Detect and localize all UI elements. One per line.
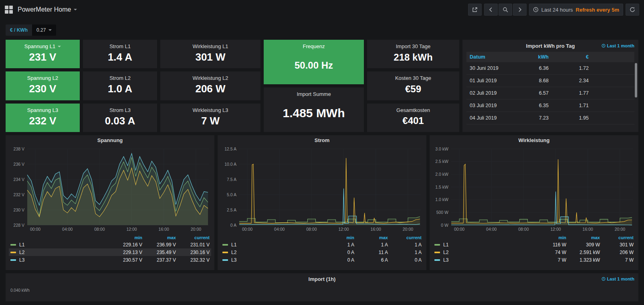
table-row: 30 Juni 2019 6.36 1.72	[466, 62, 634, 75]
frequenz-import-column: Frequenz 50.00 Hz Import Summe 1.485 MWh	[264, 40, 364, 132]
refresh-button[interactable]	[626, 4, 639, 16]
legend-series-toggle[interactable]: L3	[9, 256, 110, 264]
legend-series-toggle[interactable]: L1	[9, 241, 110, 248]
chart-legend: min max current L1 116 W 309 W 301 W L2 …	[433, 234, 635, 264]
template-variables: € / KWh 0.27	[6, 24, 638, 36]
panel-title[interactable]: Spannung L1	[24, 43, 61, 49]
legend-series-toggle[interactable]: L2	[221, 248, 322, 256]
legend-header-min: min	[110, 234, 144, 241]
panel-title[interactable]: Strom L2	[109, 75, 131, 81]
cell-date: 04 Juli 2019	[466, 112, 506, 124]
legend-header-max: max	[356, 234, 390, 241]
dashboard-title-dropdown[interactable]: PowerMeter Home	[18, 6, 77, 13]
time-back-button[interactable]	[484, 4, 498, 16]
magnifier-icon	[503, 7, 508, 12]
panel-title[interactable]: Spannung L3	[27, 107, 58, 113]
column-header-eur[interactable]: €	[552, 52, 592, 62]
spannung-chart-panel: Spannung 228 V230 V232 V234 V236 V238 V0…	[6, 135, 214, 270]
stat-title-text: Spannung L2	[27, 75, 58, 81]
time-link-label: Last 1 month	[607, 277, 634, 281]
dashboards-grid-icon[interactable]	[5, 6, 13, 14]
stat-value: 1.485 MWh	[283, 97, 345, 132]
stat-value: 0.03 A	[105, 113, 135, 132]
import-table: Datum kWh € 30 Juni 2019 6.36 1.72 01 Ju…	[466, 52, 634, 124]
panel-title[interactable]: Frequenz	[303, 43, 325, 49]
stat-value: 232 V	[29, 113, 57, 132]
svg-text:08:00: 08:00	[306, 227, 317, 232]
stat-panel-import-30-tage: Import 30 Tage 218 kWh	[367, 40, 459, 68]
column-header-datum[interactable]: Datum	[466, 52, 506, 62]
legend-series-toggle[interactable]: L2	[433, 248, 534, 256]
panel-title[interactable]: Wirkleistung L3	[193, 107, 228, 113]
stat-title-text: Strom L2	[109, 75, 131, 81]
svg-text:5.0 A: 5.0 A	[227, 192, 236, 197]
wirkleistung-stats-column: Wirkleistung L1 301 W Wirkleistung L2 20…	[160, 40, 260, 132]
panel-title[interactable]: Wirkleistung L1	[193, 43, 228, 49]
bottom-time-range-link[interactable]: Last 1 month	[602, 277, 634, 281]
legend-min: 230.57 V	[110, 256, 144, 264]
legend-header-row: min max current	[221, 234, 423, 241]
panel-title[interactable]: Wirkleistung L2	[193, 75, 228, 81]
stat-value: 7 W	[201, 113, 220, 132]
strom-chart-panel: Strom 0 A2.5 A5.0 A7.5 A10.0 A12.5 A00:0…	[218, 135, 426, 270]
legend-series-toggle[interactable]: L2	[9, 248, 110, 256]
svg-text:00:00: 00:00	[30, 227, 40, 232]
y-axis-label-partial: 0.040 kWh	[10, 288, 30, 293]
panel-title[interactable]: Wirkleistung	[433, 137, 635, 146]
panel-title[interactable]: Import Summe	[297, 91, 331, 97]
panel-title[interactable]: Kosten 30 Tage	[395, 75, 431, 81]
svg-text:00:00: 00:00	[454, 227, 464, 232]
panel-title[interactable]: Spannung	[9, 137, 211, 146]
svg-text:08:00: 08:00	[94, 227, 105, 232]
legend-row: L1 116 W 309 W 301 W	[433, 241, 635, 248]
svg-text:04:00: 04:00	[274, 227, 285, 232]
chevron-left-icon	[489, 7, 493, 12]
column-header-kwh[interactable]: kWh	[506, 52, 552, 62]
legend-current: 231.01 V	[178, 241, 211, 248]
variable-value-dropdown[interactable]: 0.27	[32, 24, 56, 36]
series-swatch	[222, 259, 228, 261]
panel-title[interactable]: Strom L1	[109, 43, 131, 49]
variable-label: € / KWh	[6, 24, 32, 36]
svg-text:16:00: 16:00	[583, 227, 593, 232]
cell-eur: 1.71	[552, 100, 592, 112]
svg-text:00:00: 00:00	[242, 227, 252, 232]
time-picker-button[interactable]: Last 24 hours Refresh every 5m	[529, 4, 623, 16]
stat-panel-strom-l1: Strom L1 1.4 A	[83, 40, 157, 68]
panel-title[interactable]: Import (1h)	[6, 276, 638, 282]
stat-panel-import-summe: Import Summe 1.485 MWh	[264, 87, 364, 132]
zoom-out-button[interactable]	[499, 4, 512, 16]
legend-min: 1 A	[322, 241, 356, 248]
legend-header-row: min max current	[9, 234, 211, 241]
svg-text:20:00: 20:00	[615, 227, 625, 232]
stat-value: 206 W	[195, 81, 225, 100]
legend-series-toggle[interactable]: L1	[433, 241, 534, 248]
legend-header-current: current	[602, 234, 635, 241]
panel-title[interactable]: Strom L3	[109, 107, 131, 113]
panel-title[interactable]: Strom	[221, 137, 423, 146]
cell-kwh: 7.23	[506, 112, 552, 124]
svg-text:228 V: 228 V	[14, 223, 24, 228]
legend-header-max: max	[568, 234, 602, 241]
legend-row: L2 229.13 V 235.49 V 230.16 V	[9, 248, 211, 256]
stat-panel-wirkleistung-l3: Wirkleistung L3 7 W	[160, 104, 260, 132]
table-scrollbar[interactable]	[635, 63, 637, 98]
panel-title[interactable]: Spannung L2	[27, 75, 58, 81]
legend-series-toggle[interactable]: L3	[433, 256, 534, 264]
table-time-range-link[interactable]: Last 1 month	[602, 43, 634, 48]
wirkleistung-chart-plot[interactable]: 0 W500 W1.0 kW1.5 kW2.0 kW2.5 kW3.0 kW00…	[433, 146, 635, 232]
strom-chart-plot[interactable]: 0 A2.5 A5.0 A7.5 A10.0 A12.5 A00:0004:00…	[221, 146, 423, 232]
legend-series-toggle[interactable]: L1	[221, 241, 322, 248]
series-swatch	[434, 244, 440, 246]
series-label: L1	[231, 242, 236, 248]
series-label: L3	[231, 257, 236, 263]
stats-row: Spannung L1 231 V Spannung L2 230 V Span…	[6, 40, 638, 132]
stat-value: 218 kWh	[394, 49, 432, 68]
time-forward-button[interactable]	[513, 4, 527, 16]
share-button[interactable]	[468, 4, 482, 16]
legend-series-toggle[interactable]: L3	[221, 256, 322, 264]
panel-title[interactable]: Gesamtkosten	[396, 107, 430, 113]
stat-title-text: Strom L1	[109, 43, 131, 49]
spannung-chart-plot[interactable]: 228 V230 V232 V234 V236 V238 V00:0004:00…	[9, 146, 211, 232]
panel-title[interactable]: Import 30 Tage	[396, 43, 430, 49]
